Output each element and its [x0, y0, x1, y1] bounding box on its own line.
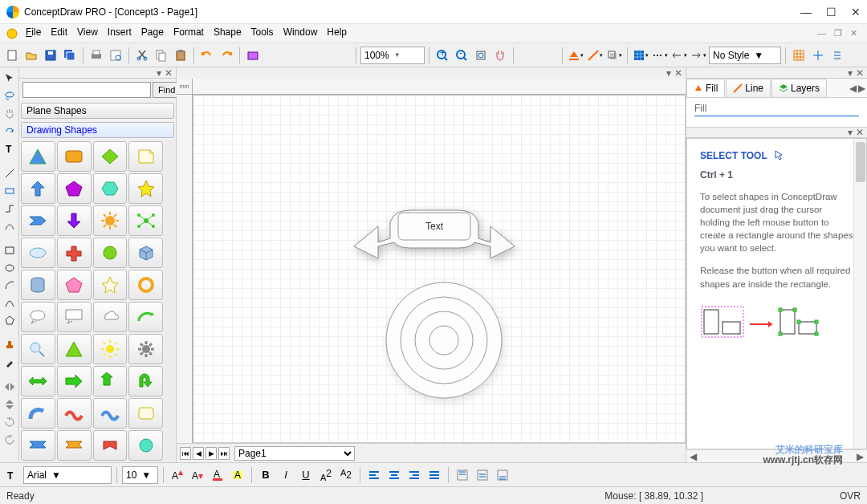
shape-pentagon2[interactable] [57, 270, 92, 300]
shape-chevron[interactable] [21, 205, 55, 236]
tab-fill[interactable]: Fill [686, 79, 725, 97]
lasso-tool-icon[interactable] [2, 88, 18, 104]
font-size-select[interactable]: 10▼ [122, 466, 158, 484]
tab-line[interactable]: Line [726, 79, 771, 97]
polygon-tool-icon[interactable] [2, 313, 18, 329]
shape-circle-teal[interactable] [128, 430, 163, 461]
shape-cube[interactable] [128, 238, 163, 268]
shape-note[interactable] [128, 141, 163, 172]
eyedropper-tool-icon[interactable] [2, 355, 18, 371]
menu-shape[interactable]: Shape [209, 25, 246, 43]
shape-ellipse[interactable] [21, 238, 55, 268]
subscript-icon[interactable]: A2 [337, 466, 355, 484]
shapes-scrollbar[interactable] [165, 140, 176, 462]
hatch-dropdown-icon[interactable]: ▾ [632, 47, 649, 64]
superscript-icon[interactable]: A2 [317, 466, 335, 484]
mdi-restore-button[interactable]: ❐ [834, 28, 842, 39]
cut-icon[interactable] [133, 47, 151, 64]
page-next-button[interactable]: ▶ [206, 447, 217, 460]
help-scrollbar-h[interactable]: ◀▶ [686, 449, 867, 462]
tab-scroll-left-icon[interactable]: ◀ [849, 83, 857, 94]
zoom-fit-icon[interactable] [472, 47, 490, 64]
shadow-dropdown-icon[interactable]: ▾ [605, 47, 623, 64]
shape-callout-cloud[interactable] [93, 302, 128, 332]
shape-star-outline[interactable] [93, 270, 128, 300]
arc-tool-icon[interactable] [2, 278, 18, 294]
shape-arrow-u[interactable] [93, 366, 128, 396]
rpanel-close-icon[interactable]: ✕ [856, 67, 864, 79]
maximize-button[interactable]: ☐ [826, 6, 836, 18]
italic-icon[interactable]: I [277, 466, 295, 484]
shape-callout-round[interactable] [21, 302, 55, 332]
align-justify-icon[interactable] [425, 466, 443, 484]
shape-wave-blue[interactable] [93, 398, 128, 429]
shape-arrow-lr[interactable] [21, 366, 55, 396]
valign-bottom-icon[interactable] [494, 466, 511, 484]
shape-arrow-up[interactable] [21, 173, 55, 204]
shape-star[interactable] [128, 173, 163, 204]
arrow-begin-dropdown-icon[interactable]: ▾ [670, 47, 688, 64]
mdi-minimize-button[interactable]: — [817, 28, 826, 39]
increase-font-icon[interactable]: A▴ [169, 466, 186, 484]
menu-help[interactable]: Help [322, 25, 352, 43]
panel-pin-icon[interactable]: ▾ [157, 67, 161, 79]
grid-toggle-icon[interactable] [790, 47, 808, 64]
banner-shape[interactable]: Text [346, 198, 523, 265]
shape-arrow-down[interactable] [57, 205, 92, 236]
redo-icon[interactable] [218, 47, 235, 64]
shape-cross[interactable] [57, 238, 92, 268]
app-menu-icon[interactable] [3, 25, 21, 43]
zoom-select[interactable]: 100%▼ [360, 47, 425, 64]
text-tool-icon[interactable]: T [3, 466, 21, 484]
paste-icon[interactable] [172, 47, 189, 64]
flip-h-icon[interactable] [2, 379, 18, 395]
rpanel-pin-icon[interactable]: ▾ [848, 67, 853, 79]
category-plane-shapes[interactable]: Plane Shapes [21, 103, 174, 119]
open-file-icon[interactable] [22, 47, 40, 64]
print-icon[interactable] [88, 47, 105, 64]
rotate-tool-icon[interactable] [2, 124, 18, 140]
help-scrollbar-v[interactable] [853, 139, 866, 449]
zoom-out-icon[interactable]: - [453, 47, 470, 64]
shape-burst[interactable] [93, 205, 128, 236]
shape-rhombus[interactable] [93, 141, 128, 172]
shape-banner3[interactable] [93, 430, 128, 461]
save-icon[interactable] [42, 47, 59, 64]
section-tool-icon[interactable] [2, 183, 18, 199]
zoom-in-icon[interactable]: + [434, 47, 451, 64]
concentric-circles-shape[interactable] [380, 276, 508, 407]
flip-v-icon[interactable] [2, 396, 18, 413]
menu-format[interactable]: Format [169, 25, 209, 43]
shape-cylinder[interactable] [21, 270, 55, 300]
select-tool-icon[interactable] [2, 71, 18, 87]
shape-arrow-r[interactable] [57, 366, 92, 396]
path-tool-icon[interactable] [2, 218, 18, 234]
decrease-font-icon[interactable]: A▾ [189, 466, 206, 484]
shape-rounded-rect[interactable] [57, 141, 92, 172]
menu-view[interactable]: View [72, 25, 103, 43]
page-prev-button[interactable]: ◀ [193, 447, 204, 460]
pan-icon[interactable] [491, 47, 509, 64]
minimize-button[interactable]: — [800, 6, 812, 18]
undo-icon[interactable] [198, 47, 216, 64]
page-select[interactable]: Page1 [234, 446, 355, 461]
menu-file[interactable]: FFileile [21, 25, 46, 43]
shape-triangle[interactable] [21, 141, 55, 172]
shape-banner1[interactable] [21, 430, 55, 461]
guides-toggle-icon[interactable] [809, 47, 827, 64]
shape-network[interactable] [128, 205, 163, 236]
valign-middle-icon[interactable] [474, 466, 491, 484]
library-icon[interactable] [244, 47, 262, 64]
font-color-icon[interactable]: A [209, 466, 226, 484]
shape-scroll[interactable] [128, 398, 163, 429]
shape-bent-arrow[interactable] [21, 398, 55, 429]
line-dropdown-icon[interactable]: ▾ [586, 47, 604, 64]
canvas-close-icon[interactable]: ✕ [674, 67, 682, 79]
close-button[interactable]: ✕ [851, 6, 861, 18]
shape-search-input[interactable] [22, 82, 151, 98]
shape-arrow-curve[interactable] [128, 302, 163, 332]
rotate-cw-icon[interactable] [2, 414, 18, 430]
new-file-icon[interactable] [3, 47, 21, 64]
dash-dropdown-icon[interactable]: ▾ [651, 47, 669, 64]
copy-icon[interactable] [153, 47, 170, 64]
